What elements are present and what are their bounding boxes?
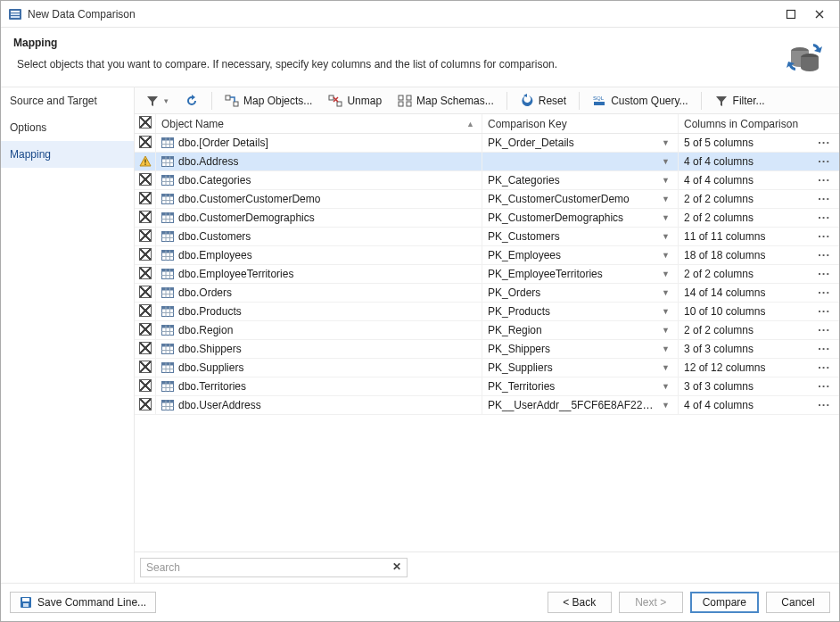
columns-cell[interactable]: 4 of 4 columns···: [679, 396, 839, 414]
comparison-key-cell[interactable]: PK__UserAddr__5FCF6E8AF226B861...▼: [482, 396, 679, 414]
more-button[interactable]: ···: [814, 252, 834, 259]
row-checkbox[interactable]: [135, 209, 156, 227]
filter-button[interactable]: Filter...: [709, 91, 770, 111]
more-button[interactable]: ···: [814, 195, 834, 203]
more-button[interactable]: ···: [814, 270, 834, 278]
row-checkbox[interactable]: [135, 377, 156, 395]
refresh-button[interactable]: [179, 91, 204, 111]
maximize-button[interactable]: [784, 7, 798, 21]
object-name-cell[interactable]: dbo.Orders: [156, 284, 482, 302]
object-name-cell[interactable]: dbo.CustomerCustomerDemo: [156, 190, 482, 208]
more-button[interactable]: ···: [814, 383, 834, 390]
columns-cell[interactable]: 11 of 11 columns···: [679, 228, 839, 245]
columns-cell[interactable]: 4 of 4 columns···: [679, 171, 839, 189]
columns-cell[interactable]: 2 of 2 columns···: [679, 321, 839, 339]
dropdown-icon[interactable]: ▼: [659, 307, 672, 316]
table-row[interactable]: dbo.OrdersPK_Orders▼14 of 14 columns···: [135, 284, 839, 303]
object-name-cell[interactable]: dbo.Address: [156, 153, 482, 170]
object-name-cell[interactable]: dbo.UserAddress: [156, 396, 482, 414]
clear-search-button[interactable]: ✕: [390, 560, 404, 574]
reset-button[interactable]: Reset: [515, 91, 572, 111]
columns-cell[interactable]: 3 of 3 columns···: [679, 377, 839, 395]
comparison-key-cell[interactable]: PK_Order_Details▼: [482, 134, 679, 152]
comparison-key-cell[interactable]: PK_CustomerCustomerDemo▼: [482, 190, 679, 208]
comparison-key-cell[interactable]: PK_Territories▼: [482, 377, 679, 395]
object-name-cell[interactable]: dbo.Region: [156, 321, 482, 339]
more-button[interactable]: ···: [814, 289, 834, 296]
more-button[interactable]: ···: [814, 327, 834, 334]
more-button[interactable]: ···: [814, 233, 834, 240]
filter-dropdown-button[interactable]: ▾: [140, 91, 174, 111]
more-button[interactable]: ···: [814, 214, 834, 221]
more-button[interactable]: ···: [814, 402, 834, 409]
row-checkbox[interactable]: [135, 303, 156, 320]
next-button[interactable]: Next >: [619, 592, 683, 613]
more-button[interactable]: ···: [814, 158, 834, 165]
table-row[interactable]: dbo.CategoriesPK_Categories▼4 of 4 colum…: [135, 171, 839, 190]
map-objects-button[interactable]: Map Objects...: [219, 91, 317, 111]
table-row[interactable]: dbo.CustomerCustomerDemoPK_CustomerCusto…: [135, 190, 839, 209]
dropdown-icon[interactable]: ▼: [659, 232, 672, 241]
comparison-key-cell[interactable]: PK_Employees▼: [482, 246, 679, 264]
dropdown-icon[interactable]: ▼: [659, 344, 672, 353]
columns-cell[interactable]: 2 of 2 columns···: [679, 190, 839, 208]
comparison-key-cell[interactable]: PK_Region▼: [482, 321, 679, 339]
columns-cell[interactable]: 5 of 5 columns···: [679, 134, 839, 152]
row-checkbox[interactable]: [135, 284, 156, 302]
row-checkbox[interactable]: [135, 246, 156, 264]
comparison-key-cell[interactable]: PK_Suppliers▼: [482, 359, 679, 377]
unmap-button[interactable]: Unmap: [323, 91, 387, 111]
object-name-cell[interactable]: dbo.Shippers: [156, 340, 482, 358]
object-name-cell[interactable]: dbo.Customers: [156, 228, 482, 245]
dropdown-icon[interactable]: ▼: [659, 138, 672, 147]
comparison-key-cell[interactable]: PK_CustomerDemographics▼: [482, 209, 679, 227]
table-row[interactable]: dbo.ProductsPK_Products▼10 of 10 columns…: [135, 303, 839, 321]
row-checkbox[interactable]: [135, 359, 156, 377]
row-checkbox[interactable]: [135, 190, 156, 208]
select-all-checkbox[interactable]: [135, 114, 156, 133]
object-name-cell[interactable]: dbo.CustomerDemographics: [156, 209, 482, 227]
comparison-key-cell[interactable]: PK_Shippers▼: [482, 340, 679, 358]
dropdown-icon[interactable]: ▼: [659, 326, 672, 335]
more-button[interactable]: ···: [814, 364, 834, 371]
columns-cell[interactable]: 2 of 2 columns···: [679, 209, 839, 227]
table-row[interactable]: dbo.UserAddressPK__UserAddr__5FCF6E8AF22…: [135, 396, 839, 415]
compare-button[interactable]: Compare: [690, 592, 759, 613]
columns-cell[interactable]: 2 of 2 columns···: [679, 265, 839, 283]
nav-item-mapping[interactable]: Mapping: [1, 141, 134, 168]
search-input[interactable]: [140, 558, 408, 577]
comparison-key-cell[interactable]: PK_EmployeeTerritories▼: [482, 265, 679, 283]
dropdown-icon[interactable]: ▼: [659, 401, 672, 410]
columns-cell[interactable]: 4 of 4 columns···: [679, 153, 839, 170]
row-checkbox[interactable]: [135, 228, 156, 245]
table-row[interactable]: dbo.EmployeesPK_Employees▼18 of 18 colum…: [135, 246, 839, 265]
columns-cell[interactable]: 18 of 18 columns···: [679, 246, 839, 264]
columns-cell[interactable]: 12 of 12 columns···: [679, 359, 839, 377]
dropdown-icon[interactable]: ▼: [659, 251, 672, 260]
dropdown-icon[interactable]: ▼: [659, 157, 672, 166]
table-row[interactable]: dbo.EmployeeTerritoriesPK_EmployeeTerrit…: [135, 265, 839, 284]
comparison-key-cell[interactable]: PK_Categories▼: [482, 171, 679, 189]
object-name-cell[interactable]: dbo.Products: [156, 303, 482, 320]
table-row[interactable]: dbo.[Order Details]PK_Order_Details▼5 of…: [135, 134, 839, 153]
table-row[interactable]: dbo.TerritoriesPK_Territories▼3 of 3 col…: [135, 377, 839, 396]
back-button[interactable]: < Back: [548, 592, 612, 613]
table-row[interactable]: dbo.Address▼4 of 4 columns···: [135, 153, 839, 171]
table-row[interactable]: dbo.CustomerDemographicsPK_CustomerDemog…: [135, 209, 839, 228]
more-button[interactable]: ···: [814, 177, 834, 184]
table-row[interactable]: dbo.ShippersPK_Shippers▼3 of 3 columns··…: [135, 340, 839, 359]
more-button[interactable]: ···: [814, 139, 834, 146]
comparison-key-cell[interactable]: ▼: [482, 153, 679, 170]
columns-cell[interactable]: 10 of 10 columns···: [679, 303, 839, 320]
object-name-cell[interactable]: dbo.Categories: [156, 171, 482, 189]
comparison-key-cell[interactable]: PK_Customers▼: [482, 228, 679, 245]
columns-cell[interactable]: 14 of 14 columns···: [679, 284, 839, 302]
close-button[interactable]: [812, 7, 827, 21]
object-name-cell[interactable]: dbo.Employees: [156, 246, 482, 264]
row-checkbox[interactable]: [135, 134, 156, 152]
map-schemas-button[interactable]: Map Schemas...: [392, 91, 499, 111]
row-checkbox[interactable]: [135, 321, 156, 339]
row-checkbox[interactable]: [135, 340, 156, 358]
object-name-cell[interactable]: dbo.EmployeeTerritories: [156, 265, 482, 283]
dropdown-icon[interactable]: ▼: [659, 363, 672, 372]
